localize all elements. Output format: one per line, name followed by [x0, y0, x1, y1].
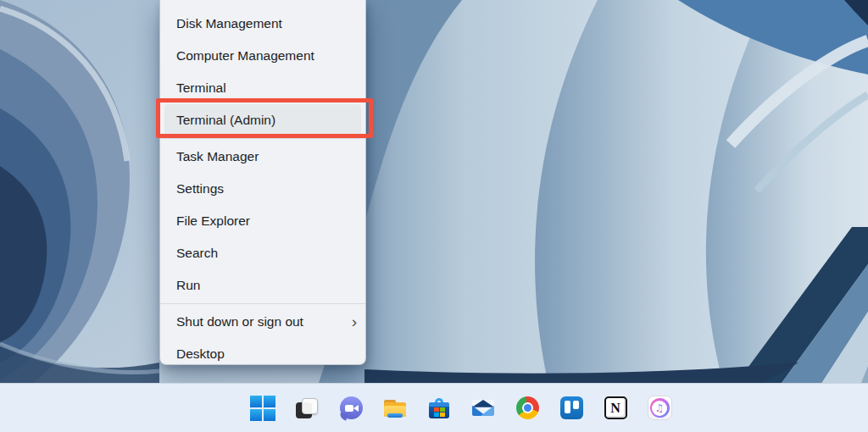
desktop-screen: Disk ManagementComputer ManagementTermin… — [0, 0, 868, 432]
menu-item-shut-down-or-sign-out[interactable]: Shut down or sign out› — [160, 306, 365, 338]
menu-item-label: Search — [176, 246, 218, 261]
menu-item-label: Task Manager — [176, 149, 259, 164]
store-bag-icon — [426, 396, 452, 421]
chat-icon — [340, 396, 363, 419]
menu-item-run[interactable]: Run — [160, 269, 365, 302]
menu-item-terminal[interactable]: Terminal — [160, 72, 365, 104]
menu-item-disk-management[interactable]: Disk Management — [160, 8, 365, 40]
trello-button[interactable] — [558, 395, 585, 422]
trello-icon — [560, 396, 583, 419]
file-explorer-button[interactable] — [381, 395, 409, 422]
taskbar-icons: N ♫ — [249, 395, 673, 422]
menu-item-terminal-admin[interactable]: Terminal (Admin) — [164, 104, 361, 136]
menu-item-label: File Explorer — [176, 213, 250, 229]
menu-item-file-explorer[interactable]: File Explorer — [160, 205, 365, 237]
menu-item-label: Shut down or sign out — [176, 314, 303, 330]
task-view-button[interactable] — [293, 395, 320, 422]
notion-icon: N — [604, 396, 627, 419]
notion-button[interactable]: N — [602, 395, 629, 422]
menu-item-search[interactable]: Search — [160, 237, 365, 269]
menu-item-desktop[interactable]: Desktop — [160, 338, 365, 365]
windows-logo-icon — [250, 396, 275, 421]
menu-item-label: Computer Management — [176, 48, 314, 64]
chrome-icon — [516, 396, 539, 419]
itunes-icon: ♫ — [648, 396, 672, 420]
mail-button[interactable] — [470, 395, 497, 422]
menu-item-label: Terminal — [176, 80, 226, 96]
menu-item-label: Desktop — [176, 346, 225, 362]
submenu-chevron-icon: › — [352, 313, 357, 330]
mail-envelope-icon — [472, 400, 494, 416]
menu-item-label: Disk Management — [176, 16, 282, 31]
start-button[interactable] — [249, 395, 276, 422]
chrome-button[interactable] — [514, 395, 541, 422]
taskbar: N ♫ — [0, 383, 868, 432]
menu-item-task-manager[interactable]: Task Manager — [160, 141, 365, 173]
microsoft-store-button[interactable] — [426, 395, 453, 422]
menu-item-computer-management[interactable]: Computer Management — [160, 40, 365, 72]
menu-separator — [160, 303, 365, 304]
menu-item-label: Terminal (Admin) — [176, 113, 275, 128]
menu-item-label: Settings — [176, 181, 224, 197]
music-note-icon: ♫ — [655, 403, 665, 413]
wallpaper-image — [0, 0, 868, 432]
menu-separator — [160, 138, 365, 139]
itunes-button[interactable]: ♫ — [646, 395, 673, 422]
menu-item-label: Run — [176, 278, 200, 293]
menu-item-settings[interactable]: Settings — [160, 173, 365, 205]
winx-context-menu: Disk ManagementComputer ManagementTermin… — [159, 0, 366, 365]
folder-icon — [382, 396, 408, 421]
chat-button[interactable] — [337, 395, 364, 422]
